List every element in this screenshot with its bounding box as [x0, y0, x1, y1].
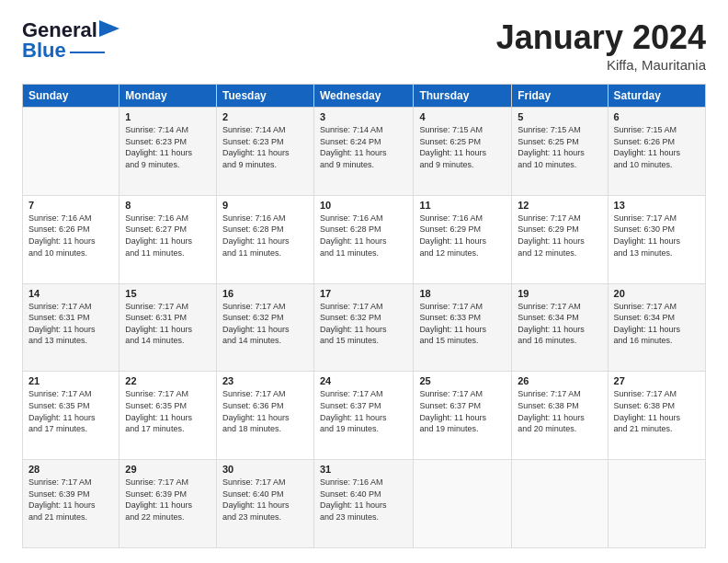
day-number: 9 [222, 200, 308, 211]
day-info: Sunrise: 7:17 AM Sunset: 6:38 PM Dayligh… [614, 388, 700, 434]
calendar-cell: 27Sunrise: 7:17 AM Sunset: 6:38 PM Dayli… [608, 372, 705, 460]
day-number: 28 [28, 464, 113, 475]
day-info: Sunrise: 7:17 AM Sunset: 6:31 PM Dayligh… [125, 301, 210, 347]
day-number: 11 [419, 200, 506, 211]
calendar-cell: 24Sunrise: 7:17 AM Sunset: 6:37 PM Dayli… [313, 372, 413, 460]
logo-arrow-icon [99, 20, 119, 37]
calendar-cell: 9Sunrise: 7:16 AM Sunset: 6:28 PM Daylig… [216, 195, 313, 283]
week-row-1: 1Sunrise: 7:14 AM Sunset: 6:23 PM Daylig… [23, 108, 706, 196]
calendar-cell: 19Sunrise: 7:17 AM Sunset: 6:34 PM Dayli… [512, 283, 608, 372]
day-number: 31 [320, 464, 407, 475]
header: General Blue January 2024 Kiffa, Maurita… [22, 18, 706, 73]
logo-underline [70, 52, 105, 53]
calendar-cell: 4Sunrise: 7:15 AM Sunset: 6:25 PM Daylig… [414, 108, 512, 196]
week-row-4: 21Sunrise: 7:17 AM Sunset: 6:35 PM Dayli… [23, 372, 706, 460]
day-info: Sunrise: 7:17 AM Sunset: 6:37 PM Dayligh… [419, 388, 506, 434]
calendar-cell: 2Sunrise: 7:14 AM Sunset: 6:23 PM Daylig… [216, 108, 313, 196]
day-number: 7 [28, 200, 113, 211]
day-number: 2 [222, 111, 308, 122]
day-number: 18 [419, 288, 506, 299]
day-number: 26 [518, 375, 601, 386]
calendar-cell: 21Sunrise: 7:17 AM Sunset: 6:35 PM Dayli… [23, 372, 119, 460]
location-subtitle: Kiffa, Mauritania [496, 57, 706, 73]
week-row-2: 7Sunrise: 7:16 AM Sunset: 6:26 PM Daylig… [23, 195, 706, 283]
calendar-cell [414, 460, 512, 548]
calendar-cell: 14Sunrise: 7:17 AM Sunset: 6:31 PM Dayli… [23, 283, 119, 372]
calendar-cell: 28Sunrise: 7:17 AM Sunset: 6:39 PM Dayli… [23, 460, 119, 548]
day-info: Sunrise: 7:17 AM Sunset: 6:34 PM Dayligh… [614, 301, 700, 347]
day-info: Sunrise: 7:17 AM Sunset: 6:32 PM Dayligh… [222, 301, 308, 347]
day-number: 22 [125, 375, 210, 386]
calendar-cell [23, 108, 119, 196]
logo: General Blue [22, 18, 119, 63]
logo-blue: Blue [22, 39, 66, 63]
day-info: Sunrise: 7:17 AM Sunset: 6:33 PM Dayligh… [419, 301, 506, 347]
day-info: Sunrise: 7:16 AM Sunset: 6:40 PM Dayligh… [320, 477, 407, 523]
calendar-cell: 10Sunrise: 7:16 AM Sunset: 6:28 PM Dayli… [313, 195, 413, 283]
day-number: 6 [614, 111, 700, 122]
day-number: 13 [614, 200, 700, 211]
calendar-cell: 29Sunrise: 7:17 AM Sunset: 6:39 PM Dayli… [119, 460, 217, 548]
day-info: Sunrise: 7:16 AM Sunset: 6:29 PM Dayligh… [419, 213, 506, 259]
calendar-cell: 16Sunrise: 7:17 AM Sunset: 6:32 PM Dayli… [216, 283, 313, 372]
day-number: 19 [518, 288, 601, 299]
col-sunday: Sunday [23, 85, 119, 108]
calendar-cell: 20Sunrise: 7:17 AM Sunset: 6:34 PM Dayli… [608, 283, 705, 372]
calendar-cell [608, 460, 705, 548]
calendar-cell: 15Sunrise: 7:17 AM Sunset: 6:31 PM Dayli… [119, 283, 217, 372]
day-number: 17 [320, 288, 407, 299]
col-wednesday: Wednesday [313, 85, 413, 108]
title-block: January 2024 Kiffa, Mauritania [496, 18, 706, 73]
day-info: Sunrise: 7:16 AM Sunset: 6:27 PM Dayligh… [125, 213, 210, 259]
svg-marker-0 [99, 20, 119, 37]
calendar-cell: 22Sunrise: 7:17 AM Sunset: 6:35 PM Dayli… [119, 372, 217, 460]
col-friday: Friday [512, 85, 608, 108]
calendar-cell: 7Sunrise: 7:16 AM Sunset: 6:26 PM Daylig… [23, 195, 119, 283]
day-info: Sunrise: 7:14 AM Sunset: 6:24 PM Dayligh… [320, 124, 407, 170]
day-info: Sunrise: 7:16 AM Sunset: 6:26 PM Dayligh… [28, 213, 113, 259]
day-info: Sunrise: 7:17 AM Sunset: 6:39 PM Dayligh… [28, 477, 113, 523]
day-number: 4 [419, 111, 506, 122]
day-number: 5 [518, 111, 601, 122]
col-saturday: Saturday [608, 85, 705, 108]
day-info: Sunrise: 7:17 AM Sunset: 6:32 PM Dayligh… [320, 301, 407, 347]
calendar-cell: 3Sunrise: 7:14 AM Sunset: 6:24 PM Daylig… [313, 108, 413, 196]
calendar-cell: 8Sunrise: 7:16 AM Sunset: 6:27 PM Daylig… [119, 195, 217, 283]
day-number: 20 [614, 288, 700, 299]
day-info: Sunrise: 7:17 AM Sunset: 6:34 PM Dayligh… [518, 301, 601, 347]
day-info: Sunrise: 7:15 AM Sunset: 6:25 PM Dayligh… [419, 124, 506, 170]
day-number: 15 [125, 288, 210, 299]
day-info: Sunrise: 7:14 AM Sunset: 6:23 PM Dayligh… [222, 124, 308, 170]
day-info: Sunrise: 7:17 AM Sunset: 6:31 PM Dayligh… [28, 301, 113, 347]
day-number: 24 [320, 375, 407, 386]
day-info: Sunrise: 7:17 AM Sunset: 6:39 PM Dayligh… [125, 477, 210, 523]
calendar-cell: 17Sunrise: 7:17 AM Sunset: 6:32 PM Dayli… [313, 283, 413, 372]
calendar-cell: 23Sunrise: 7:17 AM Sunset: 6:36 PM Dayli… [216, 372, 313, 460]
day-info: Sunrise: 7:15 AM Sunset: 6:25 PM Dayligh… [518, 124, 601, 170]
week-row-5: 28Sunrise: 7:17 AM Sunset: 6:39 PM Dayli… [23, 460, 706, 548]
day-number: 16 [222, 288, 308, 299]
calendar-cell: 11Sunrise: 7:16 AM Sunset: 6:29 PM Dayli… [414, 195, 512, 283]
calendar-cell: 13Sunrise: 7:17 AM Sunset: 6:30 PM Dayli… [608, 195, 705, 283]
header-row: Sunday Monday Tuesday Wednesday Thursday… [23, 85, 706, 108]
calendar-cell [512, 460, 608, 548]
day-number: 25 [419, 375, 506, 386]
day-info: Sunrise: 7:17 AM Sunset: 6:29 PM Dayligh… [518, 213, 601, 259]
day-info: Sunrise: 7:16 AM Sunset: 6:28 PM Dayligh… [320, 213, 407, 259]
col-tuesday: Tuesday [216, 85, 313, 108]
day-info: Sunrise: 7:17 AM Sunset: 6:30 PM Dayligh… [614, 213, 700, 259]
calendar-table: Sunday Monday Tuesday Wednesday Thursday… [22, 84, 706, 548]
day-number: 21 [28, 375, 113, 386]
calendar-cell: 31Sunrise: 7:16 AM Sunset: 6:40 PM Dayli… [313, 460, 413, 548]
day-number: 1 [125, 111, 210, 122]
day-number: 10 [320, 200, 407, 211]
day-number: 3 [320, 111, 407, 122]
calendar-cell: 12Sunrise: 7:17 AM Sunset: 6:29 PM Dayli… [512, 195, 608, 283]
day-number: 29 [125, 464, 210, 475]
day-number: 12 [518, 200, 601, 211]
day-info: Sunrise: 7:17 AM Sunset: 6:38 PM Dayligh… [518, 388, 601, 434]
month-title: January 2024 [496, 18, 706, 57]
calendar-cell: 5Sunrise: 7:15 AM Sunset: 6:25 PM Daylig… [512, 108, 608, 196]
day-number: 8 [125, 200, 210, 211]
day-info: Sunrise: 7:15 AM Sunset: 6:26 PM Dayligh… [614, 124, 700, 170]
